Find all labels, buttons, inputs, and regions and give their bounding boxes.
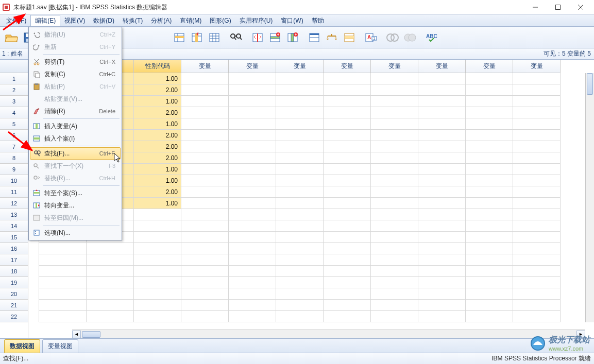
cell[interactable] <box>134 209 181 220</box>
cell[interactable] <box>513 130 561 141</box>
row-header[interactable]: 15 <box>0 232 28 243</box>
menu-item-copy[interactable]: 复制(C)Ctrl+C <box>30 68 121 80</box>
cell[interactable] <box>371 84 418 96</box>
menu-item-insvar[interactable]: 插入变量(A) <box>30 120 121 132</box>
cell[interactable] <box>371 288 418 300</box>
column-header[interactable]: 变量 <box>276 60 324 73</box>
scroll-thumb[interactable] <box>587 73 593 95</box>
column-header[interactable]: 变量 <box>181 60 229 73</box>
cell[interactable] <box>39 288 87 300</box>
cell[interactable] <box>181 186 229 198</box>
cell[interactable] <box>418 152 466 164</box>
cell[interactable] <box>39 311 87 322</box>
spellcheck-icon[interactable]: ABC <box>423 29 440 46</box>
cell[interactable] <box>229 107 276 118</box>
cell[interactable] <box>324 141 371 152</box>
cell[interactable] <box>134 243 181 254</box>
cell[interactable] <box>324 152 371 164</box>
cell[interactable]: 1.00 <box>134 175 181 186</box>
cell[interactable] <box>513 300 561 311</box>
cell[interactable] <box>87 266 134 277</box>
cell[interactable] <box>181 277 229 288</box>
cell[interactable] <box>324 164 371 175</box>
cell[interactable] <box>87 277 134 288</box>
weight-icon[interactable] <box>324 29 340 46</box>
cell[interactable] <box>276 175 324 186</box>
scroll-thumb-h[interactable] <box>82 331 100 338</box>
cell[interactable] <box>324 198 371 209</box>
cell[interactable] <box>324 73 371 84</box>
cell[interactable] <box>466 107 513 118</box>
cell[interactable] <box>181 220 229 232</box>
cell[interactable] <box>324 232 371 243</box>
minimize-button[interactable] <box>524 0 547 14</box>
cell[interactable] <box>513 84 561 96</box>
tab-variable-view[interactable]: 变量视图 <box>42 339 78 353</box>
row-header[interactable]: 3 <box>0 96 28 107</box>
menu-analyze[interactable]: 分析(A) <box>147 15 176 26</box>
cell[interactable] <box>418 220 466 232</box>
cell[interactable] <box>181 300 229 311</box>
menu-help[interactable]: 帮助 <box>308 15 328 26</box>
cell[interactable] <box>276 84 324 96</box>
cell[interactable] <box>418 164 466 175</box>
cell[interactable] <box>276 232 324 243</box>
cell[interactable] <box>39 277 87 288</box>
cell[interactable]: 2.00 <box>134 152 181 164</box>
cell[interactable] <box>371 96 418 107</box>
cell[interactable] <box>466 96 513 107</box>
cell[interactable] <box>276 288 324 300</box>
cell[interactable] <box>134 266 181 277</box>
horizontal-scrollbar[interactable]: ◄ ► <box>72 330 585 338</box>
sets-icon[interactable] <box>384 29 401 46</box>
menu-utilities[interactable]: 实用程序(U) <box>235 15 277 26</box>
row-header[interactable]: 1 <box>0 73 28 84</box>
cell[interactable] <box>39 254 87 266</box>
cell[interactable] <box>418 96 466 107</box>
cell[interactable] <box>324 288 371 300</box>
menu-item-options[interactable]: 选项(N)... <box>30 227 121 239</box>
cell[interactable] <box>371 118 418 130</box>
cell[interactable] <box>466 232 513 243</box>
split-file-icon[interactable] <box>306 29 323 46</box>
cell[interactable] <box>418 277 466 288</box>
cell[interactable] <box>229 73 276 84</box>
cell[interactable] <box>324 130 371 141</box>
insert-case-icon[interactable] <box>267 29 283 46</box>
cell[interactable]: 1.00 <box>134 198 181 209</box>
cell[interactable] <box>371 175 418 186</box>
edit-menu-dropdown[interactable]: 撤消(U)Ctrl+Z重新Ctrl+Y剪切(T)Ctrl+X复制(C)Ctrl+… <box>28 27 122 240</box>
cell[interactable] <box>418 300 466 311</box>
cell[interactable] <box>276 107 324 118</box>
cell[interactable] <box>324 311 371 322</box>
cell[interactable] <box>513 152 561 164</box>
scroll-left-arrow[interactable]: ◄ <box>72 331 81 338</box>
cell[interactable]: 1.00 <box>134 164 181 175</box>
goto-case-icon[interactable] <box>171 29 188 46</box>
cell[interactable] <box>229 277 276 288</box>
cell[interactable] <box>371 277 418 288</box>
cell[interactable] <box>513 96 561 107</box>
cell[interactable] <box>87 288 134 300</box>
cell[interactable] <box>418 107 466 118</box>
row-header[interactable]: 18 <box>0 266 28 277</box>
vertical-scrollbar[interactable] <box>585 73 594 322</box>
cell[interactable] <box>324 118 371 130</box>
cell[interactable] <box>513 232 561 243</box>
cell[interactable] <box>276 73 324 84</box>
cell[interactable] <box>371 243 418 254</box>
value-labels-icon[interactable]: A1 <box>363 29 379 46</box>
cell[interactable] <box>276 96 324 107</box>
cell[interactable] <box>39 243 87 254</box>
cell[interactable]: 2.00 <box>134 84 181 96</box>
cell[interactable] <box>418 186 466 198</box>
cell[interactable] <box>418 266 466 277</box>
cell[interactable] <box>371 300 418 311</box>
row-header[interactable]: 17 <box>0 254 28 266</box>
cell[interactable] <box>181 84 229 96</box>
cell[interactable] <box>324 209 371 220</box>
row-header[interactable]: 2 <box>0 84 28 96</box>
cell[interactable] <box>229 141 276 152</box>
cell[interactable]: 1.00 <box>134 118 181 130</box>
cell[interactable] <box>181 73 229 84</box>
